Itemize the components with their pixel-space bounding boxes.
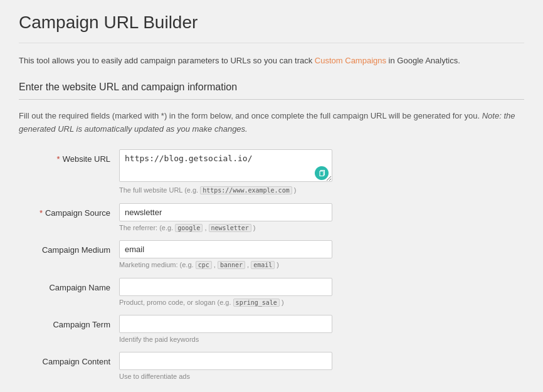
campaign-name-hint-code: spring_sale <box>233 299 280 307</box>
campaign-medium-hint-code-1: cpc <box>196 261 212 269</box>
campaign-source-hint: The referrer: (e.g. google , newsletter … <box>119 223 332 233</box>
instruction-text-1: Fill out the required fields (marked wit… <box>19 111 482 120</box>
campaign-term-input-cell: Identify the paid keywords <box>119 315 332 344</box>
website-url-hint: The full website URL (e.g. https://www.e… <box>119 186 332 195</box>
campaign-content-hint: Use to differentiate ads <box>119 372 332 381</box>
campaign-name-input[interactable] <box>119 278 332 296</box>
website-url-input[interactable]: https://blog.getsocial.io/ <box>119 149 332 182</box>
website-url-required-star: * <box>57 154 60 164</box>
website-url-hint-code: https://www.example.com <box>200 186 292 194</box>
campaign-medium-hint-code-2: banner <box>218 261 245 269</box>
campaign-source-input-cell: The referrer: (e.g. google , newsletter … <box>119 203 332 233</box>
page-title: Campaign URL Builder <box>19 13 524 43</box>
campaign-term-row: Campaign Term Identify the paid keywords <box>19 315 524 344</box>
website-url-label: Website URL <box>63 154 110 164</box>
campaign-content-label: Campaign Content <box>43 357 110 366</box>
campaign-term-hint: Identify the paid keywords <box>119 335 332 344</box>
website-url-label-cell: *Website URL <box>19 149 119 164</box>
campaign-name-hint: Product, promo code, or slogan (e.g. spr… <box>119 298 332 307</box>
instruction-text: Fill out the required fields (marked wit… <box>19 110 524 136</box>
campaign-medium-row: Campaign Medium Marketing medium: (e.g. … <box>19 240 524 270</box>
custom-campaigns-link[interactable]: Custom Campaigns <box>315 56 386 65</box>
campaign-medium-hint-suffix: ) <box>275 261 279 268</box>
website-url-row: *Website URL https://blog.getsocial.io/ … <box>19 149 524 195</box>
campaign-source-input[interactable] <box>119 203 332 221</box>
campaign-source-row: *Campaign Source The referrer: (e.g. goo… <box>19 203 524 233</box>
campaign-medium-label-cell: Campaign Medium <box>19 240 119 255</box>
website-url-hint-text: The full website URL (e.g. <box>119 186 200 194</box>
campaign-source-label-cell: *Campaign Source <box>19 203 119 218</box>
campaign-source-hint-mid: , <box>203 224 208 231</box>
section-heading: Enter the website URL and campaign infor… <box>19 82 524 100</box>
campaign-source-hint-prefix: The referrer: (e.g. <box>119 224 175 231</box>
form: *Website URL https://blog.getsocial.io/ … <box>19 149 524 381</box>
campaign-name-input-cell: Product, promo code, or slogan (e.g. spr… <box>119 278 332 307</box>
page-container: Campaign URL Builder This tool allows yo… <box>0 0 543 392</box>
campaign-medium-input[interactable] <box>119 240 332 258</box>
campaign-medium-label: Campaign Medium <box>42 245 110 255</box>
campaign-name-hint-prefix: Product, promo code, or slogan (e.g. <box>119 299 233 306</box>
campaign-source-hint-suffix: ) <box>251 224 256 231</box>
campaign-name-row: Campaign Name Product, promo code, or sl… <box>19 278 524 307</box>
campaign-content-row: Campaign Content Use to differentiate ad… <box>19 352 524 381</box>
campaign-content-input-cell: Use to differentiate ads <box>119 352 332 381</box>
campaign-source-hint-code-2: newsletter <box>209 224 251 232</box>
intro-paragraph: This tool allows you to easily add campa… <box>19 55 524 68</box>
campaign-name-label: Campaign Name <box>49 283 110 292</box>
campaign-source-required-star: * <box>40 208 43 218</box>
website-url-wrapper: https://blog.getsocial.io/ <box>119 149 332 184</box>
campaign-content-label-cell: Campaign Content <box>19 352 119 366</box>
campaign-term-input[interactable] <box>119 315 332 333</box>
campaign-term-label-cell: Campaign Term <box>19 315 119 329</box>
campaign-name-label-cell: Campaign Name <box>19 278 119 292</box>
campaign-content-input[interactable] <box>119 352 332 370</box>
campaign-name-hint-suffix: ) <box>280 299 284 306</box>
campaign-medium-hint-code-3: email <box>251 261 275 269</box>
intro-text-before-link: This tool allows you to easily add campa… <box>19 56 315 65</box>
intro-text-after-link: in Google Analytics. <box>386 56 460 65</box>
website-url-input-cell: https://blog.getsocial.io/ The full webs… <box>119 149 332 195</box>
campaign-term-label: Campaign Term <box>53 320 110 329</box>
campaign-medium-input-cell: Marketing medium: (e.g. cpc , banner , e… <box>119 240 332 270</box>
campaign-source-hint-code-1: google <box>175 224 203 232</box>
campaign-medium-hint-prefix: Marketing medium: (e.g. <box>119 261 196 268</box>
campaign-medium-hint: Marketing medium: (e.g. cpc , banner , e… <box>119 260 332 270</box>
website-url-hint-end: ) <box>292 186 297 194</box>
campaign-source-label: Campaign Source <box>45 208 110 218</box>
